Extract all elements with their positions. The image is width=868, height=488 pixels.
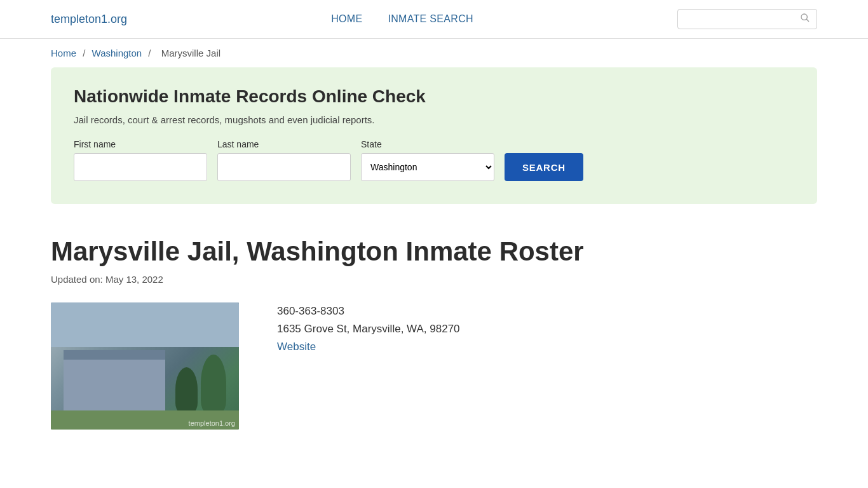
contact-info: 360-363-8303 1635 Grove St, Marysville, … (277, 302, 460, 353)
svg-point-0 (801, 14, 807, 20)
jail-image: templeton1.org (51, 302, 239, 430)
breadcrumb: Home / Washington / Marysville Jail (0, 39, 868, 67)
jail-image-placeholder: templeton1.org (51, 302, 239, 430)
search-button[interactable]: SEARCH (505, 153, 583, 181)
contact-address: 1635 Grove St, Marysville, WA, 98270 (277, 323, 460, 336)
image-watermark: templeton1.org (189, 419, 235, 427)
info-section: templeton1.org 360-363-8303 1635 Grove S… (51, 302, 817, 430)
svg-line-1 (806, 19, 809, 22)
search-panel-subtext: Jail records, court & arrest records, mu… (74, 114, 794, 125)
page-title: Marysville Jail, Washington Inmate Roste… (51, 236, 817, 268)
main-content: Marysville Jail, Washington Inmate Roste… (0, 223, 868, 455)
main-nav: HOME INMATE SEARCH (331, 13, 473, 25)
first-name-label: First name (74, 139, 207, 149)
breadcrumb-sep-1: / (83, 48, 88, 58)
breadcrumb-state[interactable]: Washington (92, 48, 142, 58)
nav-home[interactable]: HOME (331, 13, 362, 25)
contact-website: Website (277, 341, 460, 353)
last-name-group: Last name (217, 139, 351, 181)
breadcrumb-sep-2: / (148, 48, 153, 58)
state-select[interactable]: Washington (361, 153, 494, 181)
contact-phone: 360-363-8303 (277, 305, 460, 318)
search-panel-heading: Nationwide Inmate Records Online Check (74, 86, 794, 107)
header-search-box[interactable] (677, 9, 817, 29)
state-label: State (361, 139, 494, 149)
first-name-input[interactable] (74, 153, 207, 181)
state-group: State Washington (361, 139, 494, 181)
search-form: First name Last name State Washington SE… (74, 139, 794, 181)
last-name-label: Last name (217, 139, 351, 149)
header: templeton1.org HOME INMATE SEARCH (0, 0, 868, 39)
search-panel: Nationwide Inmate Records Online Check J… (51, 67, 817, 204)
updated-date: Updated on: May 13, 2022 (51, 274, 817, 285)
header-search-input[interactable] (684, 14, 800, 24)
nav-inmate-search[interactable]: INMATE SEARCH (388, 13, 473, 25)
breadcrumb-current: Marysville Jail (161, 48, 220, 58)
site-logo[interactable]: templeton1.org (51, 13, 127, 26)
website-link[interactable]: Website (277, 341, 316, 353)
first-name-group: First name (74, 139, 207, 181)
breadcrumb-home[interactable]: Home (51, 48, 76, 58)
search-icon (800, 13, 810, 25)
last-name-input[interactable] (217, 153, 351, 181)
